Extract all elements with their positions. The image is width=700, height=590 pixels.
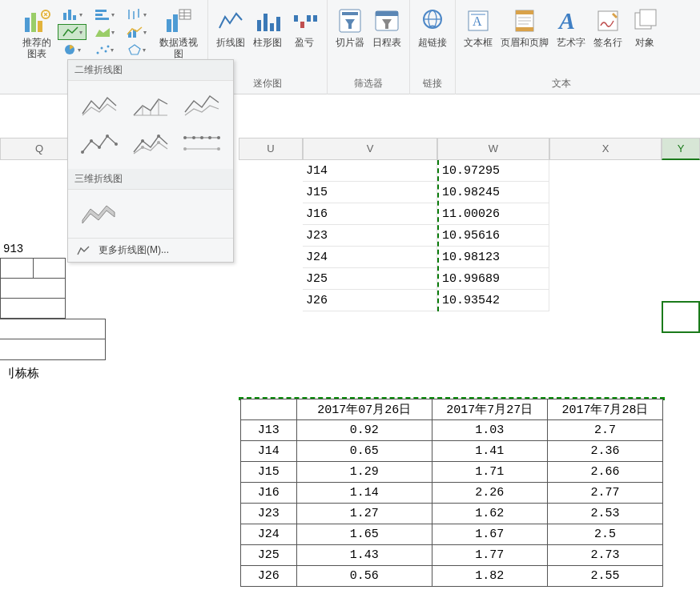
column-header-Y[interactable]: Y <box>662 138 700 160</box>
cell[interactable]: 1.41 <box>432 441 547 462</box>
cell[interactable]: 刂栋栋 <box>0 363 56 385</box>
table-header[interactable]: 2017年7月28日 <box>547 399 662 420</box>
table-header[interactable]: 2017年7月27日 <box>432 399 547 420</box>
column-header-W[interactable]: W <box>437 138 549 160</box>
line-chart-option-2[interactable] <box>131 90 171 119</box>
table-header[interactable] <box>241 399 297 420</box>
line-chart-option-1[interactable] <box>79 90 119 119</box>
recommended-charts-button[interactable]: 推荐的 图表 <box>19 3 54 72</box>
cell[interactable]: 1.03 <box>432 420 547 441</box>
table-row: J231.271.622.53 <box>241 504 663 524</box>
cell[interactable]: 1.65 <box>296 524 432 545</box>
cell[interactable]: 10.98123 <box>439 247 549 268</box>
cell[interactable]: J26 <box>241 566 297 587</box>
cell[interactable]: J24 <box>241 524 297 545</box>
line-chart-option-5[interactable] <box>131 129 171 158</box>
cell[interactable]: 1.62 <box>432 504 547 524</box>
line-chart-dropdown[interactable]: 二维折线图 三维折线图 更多折线图(M)... <box>67 59 234 263</box>
insert-bar-chart-button[interactable]: ▾ <box>90 6 119 22</box>
cell[interactable]: 10.98245 <box>439 182 549 203</box>
timeline-label: 日程表 <box>372 37 401 48</box>
cell[interactable]: 1.71 <box>432 462 547 483</box>
cell[interactable]: 0.65 <box>296 441 432 462</box>
cell[interactable]: 2.73 <box>547 545 662 566</box>
cell[interactable]: 11.00026 <box>439 203 549 225</box>
cell[interactable]: 10.95616 <box>439 225 549 247</box>
cell[interactable]: J24 <box>303 247 437 268</box>
cell[interactable]: J14 <box>303 160 437 182</box>
svg-rect-39 <box>342 12 358 15</box>
cell[interactable]: J23 <box>241 504 297 524</box>
cell[interactable]: J23 <box>303 225 437 247</box>
svg-point-15 <box>101 47 103 50</box>
cell[interactable]: J13 <box>241 420 297 441</box>
cell[interactable]: 10.97295 <box>439 160 549 182</box>
cell[interactable]: 2.5 <box>547 524 662 545</box>
insert-stock-chart-button[interactable]: ▾ <box>122 6 151 22</box>
svg-point-70 <box>157 134 160 138</box>
insert-line-chart-button[interactable]: ▾ <box>58 24 86 40</box>
cell[interactable]: 0.92 <box>296 420 432 441</box>
more-line-charts-item[interactable]: 更多折线图(M)... <box>68 238 233 262</box>
cell[interactable]: 2.55 <box>547 566 662 587</box>
table-header[interactable]: 2017年07月26日 <box>296 399 432 420</box>
sparkline-winloss-button[interactable]: 盈亏 <box>287 3 322 72</box>
timeline-button[interactable]: 日程表 <box>369 3 404 72</box>
header-footer-button[interactable]: 页眉和页脚 <box>497 3 552 72</box>
insert-combo-chart-button[interactable]: ▾ <box>122 24 151 40</box>
cell[interactable]: 1.43 <box>296 545 432 566</box>
ribbon-group-filters: 切片器 日程表 筛选器 <box>328 0 410 94</box>
cell[interactable]: J16 <box>241 483 297 504</box>
chart-type-column-3: ▾ ▾ ▾ <box>122 3 151 58</box>
cell[interactable]: 913 <box>0 239 32 260</box>
line-chart-option-6[interactable] <box>182 129 222 158</box>
svg-point-17 <box>107 46 110 48</box>
svg-point-78 <box>183 147 187 151</box>
svg-rect-32 <box>270 23 274 31</box>
cell[interactable]: 1.67 <box>432 524 547 545</box>
insert-area-chart-button[interactable]: ▾ <box>90 24 119 40</box>
table-row: J251.431.772.73 <box>241 545 663 566</box>
textbox-button[interactable]: A 文本框 <box>461 3 496 72</box>
slicer-button[interactable]: 切片器 <box>332 3 368 72</box>
cell[interactable]: 2.77 <box>547 483 662 504</box>
hyperlink-button[interactable]: 超链接 <box>415 3 450 72</box>
insert-scatter-chart-button[interactable]: ▾ <box>90 42 119 58</box>
cell[interactable]: J26 <box>303 290 437 311</box>
signature-line-button[interactable]: 签名行 <box>590 3 626 72</box>
insert-radar-chart-button[interactable]: ▾ <box>122 42 151 58</box>
cell[interactable]: 2.36 <box>547 441 662 462</box>
cell[interactable]: 1.29 <box>296 462 432 483</box>
cell[interactable]: 1.27 <box>296 504 432 524</box>
cell[interactable]: J25 <box>303 268 437 290</box>
table-row: 2017年07月26日 2017年7月27日 2017年7月28日 <box>241 399 663 420</box>
sparkline-column-button[interactable]: 柱形图 <box>250 3 285 72</box>
cell[interactable]: 10.99689 <box>439 268 549 290</box>
wordart-button[interactable]: A 艺术字 <box>553 3 589 72</box>
object-button[interactable]: 对象 <box>627 3 662 72</box>
cell[interactable]: 1.82 <box>432 566 547 587</box>
cell[interactable]: J15 <box>303 182 437 203</box>
cell[interactable]: 2.53 <box>547 504 662 524</box>
cell[interactable]: 0.56 <box>296 566 432 587</box>
line-chart-option-4[interactable] <box>79 129 119 158</box>
svg-point-16 <box>105 50 107 53</box>
cell[interactable]: 10.93542 <box>439 290 549 311</box>
cell[interactable]: J15 <box>241 462 297 483</box>
cell[interactable]: 2.7 <box>547 420 662 441</box>
cell[interactable]: 2.26 <box>432 483 547 504</box>
line-chart-option-3[interactable] <box>182 90 222 119</box>
cell[interactable]: J25 <box>241 545 297 566</box>
cell[interactable]: 1.14 <box>296 483 432 504</box>
insert-pie-chart-button[interactable]: ▾ <box>58 42 86 58</box>
cell[interactable]: J16 <box>303 203 437 225</box>
cell[interactable]: J14 <box>241 441 297 462</box>
line-chart-3d-option[interactable] <box>79 198 119 227</box>
insert-column-chart-button[interactable]: ▾ <box>58 6 86 22</box>
cell[interactable]: 1.77 <box>432 545 547 566</box>
column-header-V[interactable]: V <box>303 138 437 160</box>
column-header-U[interactable]: U <box>239 138 303 160</box>
cell[interactable]: 2.66 <box>547 462 662 483</box>
active-cell[interactable] <box>662 301 700 333</box>
column-header-X[interactable]: X <box>549 138 662 160</box>
